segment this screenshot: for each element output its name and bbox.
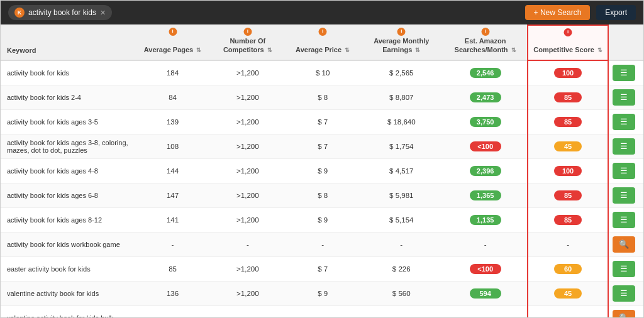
cell-competitors: - bbox=[209, 232, 286, 256]
action-list-button[interactable]: ☰ bbox=[613, 65, 635, 81]
cell-keyword: valentine activity book for kids bulk bbox=[1, 305, 136, 317]
col-header-actions bbox=[608, 25, 643, 60]
new-search-button[interactable]: + New Search bbox=[525, 5, 591, 20]
cell-action: ☰ bbox=[608, 281, 643, 305]
score-badge: 85 bbox=[554, 190, 582, 200]
info-icon-competitors: i bbox=[243, 28, 252, 36]
cell-pages: 139 bbox=[136, 109, 209, 134]
action-search-button[interactable]: 🔍 bbox=[613, 236, 635, 253]
cell-competitors: >1,200 bbox=[209, 281, 286, 305]
cell-pages: 141 bbox=[136, 207, 209, 232]
cell-earnings: $ 5,981 bbox=[359, 183, 443, 207]
action-list-button[interactable]: ☰ bbox=[613, 212, 635, 228]
score-badge: 85 bbox=[554, 92, 582, 102]
action-list-button[interactable]: ☰ bbox=[613, 138, 635, 155]
cell-pages: 85 bbox=[136, 256, 209, 281]
cell-earnings: $ 226 bbox=[359, 256, 443, 281]
cell-competitors: >1,200 bbox=[209, 183, 286, 207]
action-search-button[interactable]: 🔍 bbox=[613, 310, 635, 317]
sort-icon-searches[interactable]: ⇅ bbox=[511, 47, 516, 53]
col-header-keyword: Keyword bbox=[1, 25, 136, 60]
action-list-button[interactable]: ☰ bbox=[613, 285, 635, 302]
cell-searches: 594 bbox=[443, 281, 528, 305]
cell-pages: 184 bbox=[136, 60, 209, 85]
table-row: valentine activity book for kids136>1,20… bbox=[1, 281, 643, 305]
score-badge: 60 bbox=[554, 264, 582, 274]
cell-action: ☰ bbox=[608, 256, 643, 281]
cell-price: $ 8 bbox=[286, 85, 359, 109]
col-header-searches: i Est. AmazonSearches/Month ⇅ bbox=[443, 25, 528, 60]
cell-price: - bbox=[286, 305, 359, 317]
cell-keyword: valentine activity book for kids bbox=[1, 281, 136, 305]
cell-competitors: >1,200 bbox=[209, 134, 286, 158]
sort-icon-score[interactable]: ⇅ bbox=[597, 47, 602, 53]
cell-action: ☰ bbox=[608, 183, 643, 207]
searches-badge: 594 bbox=[470, 288, 501, 299]
cell-searches: 2,473 bbox=[443, 85, 528, 109]
cell-action: 🔍 bbox=[608, 232, 643, 256]
score-badge: 100 bbox=[554, 68, 582, 78]
table-header-row: Keyword i Average Pages ⇅ i Number OfCom… bbox=[1, 25, 643, 60]
score-badge: 100 bbox=[554, 166, 582, 176]
cell-action: ☰ bbox=[608, 207, 643, 232]
cell-earnings: $ 1,754 bbox=[359, 134, 443, 158]
cell-competitors: >1,200 bbox=[209, 207, 286, 232]
info-icon-price: i bbox=[319, 28, 327, 36]
cell-earnings: - bbox=[359, 232, 443, 256]
cell-earnings: $ 18,640 bbox=[359, 109, 443, 134]
col-header-price: i Average Price ⇅ bbox=[286, 25, 359, 60]
sort-icon-pages[interactable]: ⇅ bbox=[196, 47, 201, 53]
cell-earnings: - bbox=[359, 305, 443, 317]
table-row: easter activity book for kids85>1,200$ 7… bbox=[1, 256, 643, 281]
action-list-button[interactable]: ☰ bbox=[613, 114, 635, 130]
info-icon-earnings: i bbox=[397, 28, 406, 36]
cell-searches: 1,365 bbox=[443, 183, 528, 207]
cell-competitors: >1,200 bbox=[209, 158, 286, 183]
sort-icon-price[interactable]: ⇅ bbox=[345, 47, 350, 53]
cell-earnings: $ 2,565 bbox=[359, 60, 443, 85]
tab-pill[interactable]: K activity book for kids ✕ bbox=[8, 5, 112, 20]
top-bar: K activity book for kids ✕ + New Search … bbox=[1, 1, 643, 25]
cell-score: - bbox=[528, 305, 608, 317]
info-icon-searches: i bbox=[481, 28, 489, 36]
cell-keyword: activity book for kids 2-4 bbox=[1, 85, 136, 109]
cell-pages: 84 bbox=[136, 85, 209, 109]
col-header-competitors: i Number OfCompetitors ⇅ bbox=[209, 25, 286, 60]
table-row: activity book for kids184>1,200$ 10$ 2,5… bbox=[1, 60, 643, 85]
cell-score: 100 bbox=[528, 60, 608, 85]
score-badge: 45 bbox=[554, 288, 582, 299]
col-header-score: i Competitive Score ⇅ bbox=[528, 25, 608, 60]
sort-icon-competitors[interactable]: ⇅ bbox=[267, 47, 272, 53]
sort-icon-earnings[interactable]: ⇅ bbox=[415, 47, 420, 53]
tab-label: activity book for kids bbox=[28, 8, 96, 17]
cell-earnings: $ 560 bbox=[359, 281, 443, 305]
cell-action: ☰ bbox=[608, 109, 643, 134]
action-list-button[interactable]: ☰ bbox=[613, 163, 635, 179]
action-list-button[interactable]: ☰ bbox=[613, 187, 635, 204]
table-row: activity book for kids 2-484>1,200$ 8$ 8… bbox=[1, 85, 643, 109]
score-badge: 85 bbox=[554, 215, 582, 225]
cell-keyword: activity book for kids bbox=[1, 60, 136, 85]
cell-keyword: activity book for kids ages 3-5 bbox=[1, 109, 136, 134]
table-row: activity book for kids workbook game----… bbox=[1, 232, 643, 256]
cell-searches: - bbox=[443, 305, 528, 317]
cell-price: $ 9 bbox=[286, 207, 359, 232]
searches-badge: <100 bbox=[470, 141, 501, 151]
cell-pages: - bbox=[136, 305, 209, 317]
searches-badge: 2,546 bbox=[470, 68, 501, 78]
cell-action: 🔍 bbox=[608, 305, 643, 317]
table-row: activity book for kids ages 3-5139>1,200… bbox=[1, 109, 643, 134]
cell-searches: <100 bbox=[443, 256, 528, 281]
table-row: activity book for kids ages 3-8, colorin… bbox=[1, 134, 643, 158]
cell-price: $ 9 bbox=[286, 158, 359, 183]
action-list-button[interactable]: ☰ bbox=[613, 261, 635, 277]
tab-close-icon[interactable]: ✕ bbox=[100, 9, 106, 17]
cell-earnings: $ 8,807 bbox=[359, 85, 443, 109]
export-button[interactable]: Export bbox=[596, 5, 636, 20]
action-list-button[interactable]: ☰ bbox=[613, 89, 635, 106]
cell-searches: <100 bbox=[443, 134, 528, 158]
searches-badge: 1,135 bbox=[470, 215, 501, 225]
table-row: activity book for kids ages 6-8147>1,200… bbox=[1, 183, 643, 207]
cell-searches: - bbox=[443, 232, 528, 256]
results-table: Keyword i Average Pages ⇅ i Number OfCom… bbox=[1, 25, 643, 317]
